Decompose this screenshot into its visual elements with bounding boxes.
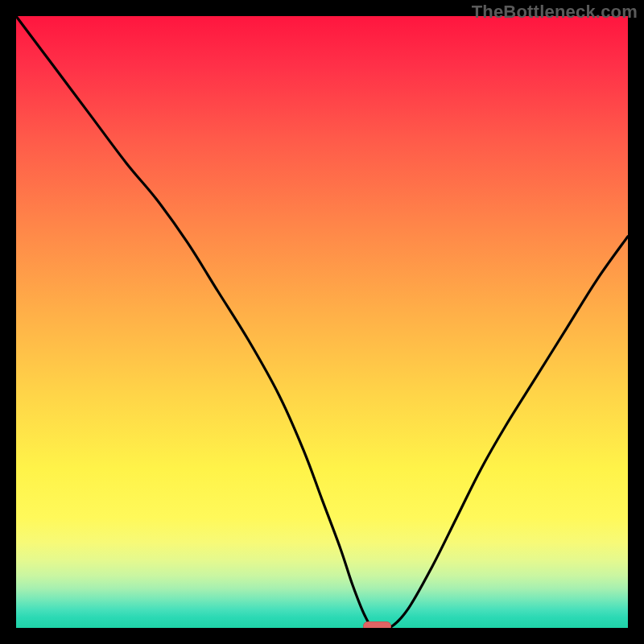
plot-area xyxy=(16,16,628,628)
watermark-text: TheBottleneck.com xyxy=(472,2,638,23)
chart-container: TheBottleneck.com xyxy=(0,0,644,644)
curve-layer xyxy=(16,16,628,628)
bottleneck-curve xyxy=(16,16,628,628)
bottleneck-marker xyxy=(363,621,390,628)
